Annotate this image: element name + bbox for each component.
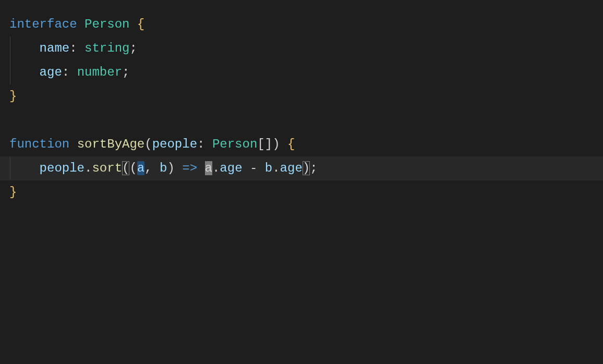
code-editor[interactable]: interface Person { name: string; age: nu… [0,0,603,364]
paren-close: ) [272,137,280,151]
operator-minus: - [250,161,257,175]
code-line[interactable]: } [0,84,603,108]
bracket-close: ] [265,137,272,151]
code-line[interactable]: function sortByAge(people: Person[]) { [0,132,603,156]
paren-open: ( [144,137,152,151]
type-number: number [77,65,122,79]
prop-age: age [280,161,303,175]
prop-age: age [220,161,242,175]
brace-open: { [287,137,295,151]
param-b: b [160,161,167,175]
code-line-blank[interactable] [0,108,603,132]
code-line[interactable]: age: number; [0,60,603,84]
function-sortbyage: sortByAge [77,137,145,151]
param-people: people [152,137,197,151]
brace-close: } [9,89,17,103]
code-line[interactable]: } [0,180,603,204]
code-line[interactable]: name: string; [0,37,603,60]
brace-close: } [9,185,17,199]
code-line-current[interactable]: people.sort((a, b) => a.age - b.age); [0,156,603,180]
paren-close-matched: ) [303,161,310,175]
identifier-b: b [265,161,272,175]
param-a-selected: a [137,161,144,175]
brace-open: { [137,17,144,31]
paren-open: ( [129,161,137,175]
keyword-function: function [9,137,69,151]
type-person: Person [85,17,129,31]
type-person: Person [212,137,257,151]
type-string: string [85,41,129,55]
keyword-interface: interface [9,17,77,31]
method-sort: sort [92,161,122,175]
cursor-position: a [205,161,212,175]
field-name: name [40,41,70,55]
bracket-open: [ [257,137,264,151]
field-age: age [40,65,62,79]
paren-close: ) [167,161,174,175]
identifier-people: people [40,161,85,175]
paren-open-matched: ( [122,161,129,175]
code-line[interactable]: interface Person { [0,13,603,37]
arrow: => [182,161,197,175]
